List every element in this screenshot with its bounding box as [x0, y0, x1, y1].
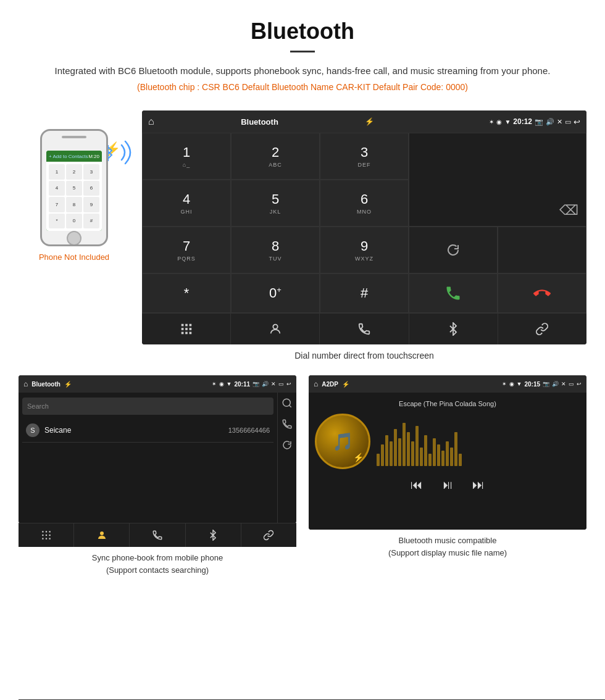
contacts-phone-icon[interactable] — [282, 419, 293, 430]
dialpad-statusbar: ⌂ Bluetooth ⚡ ✶ ◉ ▼ 20:12 📷 🔊 ✕ ▭ ↩ — [142, 110, 586, 133]
back-icon: ↩ — [574, 117, 580, 127]
key-hash[interactable]: # — [320, 273, 409, 313]
call-button[interactable] — [409, 273, 498, 313]
contact-row[interactable]: S Seicane 13566664466 — [22, 419, 273, 443]
contacts-bt-icon: ✶ — [212, 381, 217, 387]
svg-rect-21 — [49, 538, 50, 540]
main-content: ⚡ + Add to Contacts M:20 — [0, 104, 605, 375]
key-1[interactable]: 1⌂_ — [142, 133, 231, 180]
contacts-screenshot-block: ⌂ Bluetooth ⚡ ✶ ◉ ▼ 20:11 📷 🔊 ✕ ▭ ↩ — [19, 375, 296, 578]
dialpad-screen-section: ⌂ Bluetooth ⚡ ✶ ◉ ▼ 20:12 📷 🔊 ✕ ▭ ↩ — [142, 110, 586, 369]
contacts-screen-title: Bluetooth — [31, 381, 60, 388]
phone-body: + Add to Contacts M:20 1 2 3 4 5 6 7 8 9… — [40, 129, 108, 246]
dialpad-grid: 1⌂_ 2ABC 3DEF ⌫ 4GHI 5JKL 6MNO 7PQRS 8TU… — [142, 133, 586, 313]
nav-bluetooth-button[interactable] — [409, 314, 498, 344]
contact-name: Seicane — [44, 426, 228, 435]
nav-link-button[interactable] — [498, 314, 586, 344]
music-cam-icon: 📷 — [543, 381, 549, 387]
contacts-nav-bt[interactable] — [186, 523, 241, 547]
key-0[interactable]: 0+ — [231, 273, 320, 313]
key-8[interactable]: 8TUV — [231, 227, 320, 273]
signal-icon: ▼ — [504, 119, 511, 125]
phone-screen-header: + Add to Contacts M:20 — [46, 151, 102, 162]
phone-key-4: 4 — [49, 181, 65, 196]
svg-rect-1 — [181, 324, 183, 327]
music-loc-icon: ◉ — [509, 381, 514, 387]
svg-rect-8 — [185, 332, 188, 335]
contacts-link-icon — [263, 530, 274, 541]
contacts-back-icon: ↩ — [286, 381, 291, 387]
empty-cell-r3c5 — [498, 227, 586, 273]
music-signal-icon: ▼ — [517, 381, 522, 387]
eq-bar-19 — [454, 432, 457, 466]
contacts-nav-person[interactable] — [74, 523, 130, 547]
eq-bar-1 — [377, 454, 380, 466]
end-call-button[interactable] — [498, 273, 586, 313]
phone-screen-number: M:20 — [88, 154, 99, 159]
contacts-screen: ⌂ Bluetooth ⚡ ✶ ◉ ▼ 20:11 📷 🔊 ✕ ▭ ↩ — [19, 375, 296, 523]
contacts-phone-nav-icon — [152, 530, 163, 541]
phone-key-6: 6 — [83, 181, 99, 196]
contacts-side-icons — [277, 393, 296, 523]
contacts-x-icon: ✕ — [271, 381, 276, 387]
album-art: 🎵 ⚡ — [315, 414, 370, 469]
svg-rect-2 — [185, 324, 188, 327]
next-button[interactable]: ⏭ — [472, 478, 485, 492]
key-5[interactable]: 5JKL — [231, 180, 320, 227]
usb-icon: ⚡ — [365, 117, 374, 126]
key-7[interactable]: 7PQRS — [142, 227, 231, 273]
music-x-icon: ✕ — [561, 381, 566, 387]
eq-bar-14 — [433, 438, 436, 466]
phone-section: ⚡ + Add to Contacts M:20 — [19, 110, 130, 262]
eq-bar-6 — [398, 438, 401, 466]
key-star[interactable]: * — [142, 273, 231, 313]
contacts-vol-icon: 🔊 — [262, 381, 269, 387]
page-specs: (Bluetooth chip : CSR BC6 Default Blueto… — [37, 82, 568, 92]
bluetooth-status-icon: ✶ — [489, 119, 494, 125]
contacts-nav-dialpad[interactable] — [19, 523, 74, 547]
eq-bar-7 — [403, 423, 406, 466]
contacts-refresh-icon[interactable] — [282, 440, 293, 451]
contacts-loc-icon: ◉ — [219, 381, 224, 387]
music-main-area: 🎵 ⚡ — [315, 414, 580, 469]
music-body: Escape (The Pina Colada Song) 🎵 ⚡ — [309, 393, 586, 530]
refresh-button[interactable] — [409, 227, 498, 273]
nav-contacts-button[interactable] — [231, 314, 320, 344]
key-3[interactable]: 3DEF — [320, 133, 409, 180]
key-6[interactable]: 6MNO — [320, 180, 409, 227]
phone-key-0: 0 — [66, 214, 82, 229]
music-screen-title: A2DP — [322, 381, 338, 388]
svg-rect-18 — [49, 535, 50, 536]
prev-button[interactable]: ⏮ — [411, 478, 423, 492]
svg-rect-19 — [42, 538, 43, 540]
key-9[interactable]: 9WXYZ — [320, 227, 409, 273]
svg-rect-16 — [42, 535, 43, 536]
eq-bar-10 — [415, 426, 419, 466]
search-placeholder-text: Search — [27, 402, 49, 410]
key-4[interactable]: 4GHI — [142, 180, 231, 227]
eq-bar-3 — [385, 435, 388, 466]
play-pause-button[interactable]: ⏯ — [441, 478, 454, 492]
phone-key-hash: # — [83, 214, 99, 229]
svg-rect-14 — [45, 531, 46, 533]
key-2[interactable]: 2ABC — [231, 133, 320, 180]
page-title: Bluetooth — [37, 19, 568, 44]
music-time: 20:15 — [524, 381, 540, 388]
music-back-icon: ↩ — [577, 381, 582, 387]
contacts-nav-phone[interactable] — [130, 523, 185, 547]
backspace-button[interactable]: ⌫ — [559, 202, 578, 219]
contact-avatar: S — [26, 423, 40, 437]
contacts-body: Search S Seicane 13566664466 — [19, 393, 296, 523]
call-icon — [444, 285, 462, 302]
eq-bar-11 — [420, 448, 423, 466]
contacts-nav-link[interactable] — [241, 523, 296, 547]
contacts-search-bar[interactable]: Search — [22, 398, 273, 415]
eq-bar-13 — [428, 454, 432, 466]
svg-rect-17 — [45, 535, 46, 536]
nav-dialpad-button[interactable] — [142, 314, 231, 344]
contacts-search-icon[interactable] — [282, 398, 293, 409]
eq-bar-17 — [446, 441, 449, 466]
camera-icon: 📷 — [535, 118, 543, 126]
dial-display: ⌫ — [409, 133, 586, 227]
nav-phone-button[interactable] — [320, 314, 409, 344]
